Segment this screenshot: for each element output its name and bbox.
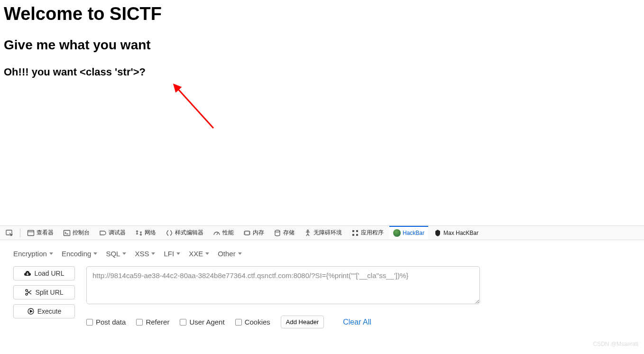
svg-rect-17	[356, 234, 358, 236]
tab-max-hackbar[interactable]: Max HacKBar	[430, 226, 482, 240]
svg-rect-16	[352, 234, 354, 236]
svg-rect-3	[28, 230, 34, 235]
svg-point-18	[26, 289, 28, 291]
caret-down-icon	[151, 252, 155, 255]
caret-down-icon	[122, 252, 126, 255]
request-options: Post data Referer User Agent Cookies Add…	[86, 316, 631, 328]
devtools-panel: 查看器 控制台 调试器 网络 样式编辑器 性能 内存 存储	[0, 225, 644, 337]
caret-down-icon	[49, 252, 53, 255]
tab-hackbar[interactable]: HackBar	[389, 226, 428, 240]
menu-sql[interactable]: SQL	[106, 250, 126, 258]
tab-label: 网络	[145, 229, 156, 237]
check-post-data[interactable]: Post data	[86, 318, 126, 326]
menu-encryption[interactable]: Encryption	[13, 250, 53, 258]
tab-network[interactable]: 网络	[131, 226, 160, 240]
url-input[interactable]	[86, 266, 480, 304]
tab-label: 控制台	[73, 229, 90, 237]
scissors-icon	[25, 289, 32, 296]
svg-rect-5	[64, 230, 70, 235]
tab-label: Max HacKBar	[443, 230, 478, 236]
svg-line-0	[177, 88, 213, 128]
devtools-pick-element[interactable]	[2, 226, 17, 240]
tab-label: 存储	[283, 229, 294, 237]
check-label: Referer	[146, 318, 169, 326]
application-icon	[351, 229, 359, 237]
hackbar-icon	[393, 229, 401, 237]
svg-rect-15	[356, 230, 358, 232]
menu-label: Encryption	[13, 250, 47, 258]
checkbox-icon	[86, 319, 93, 326]
load-url-button[interactable]: Load URL	[13, 266, 75, 280]
memory-icon	[243, 229, 251, 237]
menu-encoding[interactable]: Encoding	[62, 250, 98, 258]
check-referer[interactable]: Referer	[136, 318, 169, 326]
svg-line-6	[217, 233, 218, 235]
cloud-download-icon	[24, 270, 31, 277]
checkbox-icon	[136, 319, 143, 326]
tab-label: HackBar	[403, 230, 424, 236]
add-header-button[interactable]: Add Header	[281, 316, 324, 328]
tab-label: 应用程序	[361, 229, 384, 237]
inspector-icon	[27, 229, 35, 237]
svg-rect-14	[352, 230, 354, 232]
check-label: Cookies	[245, 318, 270, 326]
tab-accessibility[interactable]: 无障碍环境	[300, 226, 346, 240]
devtools-tabs: 查看器 控制台 调试器 网络 样式编辑器 性能 内存 存储	[0, 226, 644, 240]
caret-down-icon	[205, 252, 209, 255]
menu-label: XXE	[189, 250, 203, 258]
menu-label: LFI	[164, 250, 174, 258]
check-cookies[interactable]: Cookies	[235, 318, 270, 326]
tab-memory[interactable]: 内存	[239, 226, 268, 240]
check-label: User Agent	[189, 318, 224, 326]
menu-xxe[interactable]: XXE	[189, 250, 209, 258]
svg-rect-7	[245, 231, 249, 235]
clear-all-link[interactable]: Clear All	[343, 318, 371, 326]
menu-label: Encoding	[62, 250, 92, 258]
svg-point-12	[275, 230, 280, 232]
menu-lfi[interactable]: LFI	[164, 250, 180, 258]
tab-label: 查看器	[37, 229, 54, 237]
tab-style-editor[interactable]: 样式编辑器	[162, 226, 207, 240]
max-hackbar-icon	[434, 229, 442, 237]
menu-label: XSS	[135, 250, 149, 258]
button-label: Split URL	[35, 289, 63, 296]
tab-label: 内存	[253, 229, 264, 237]
accessibility-icon	[304, 229, 312, 237]
caret-down-icon	[176, 252, 180, 255]
checkbox-icon	[180, 319, 186, 326]
pick-element-icon	[6, 229, 13, 237]
style-editor-icon	[166, 229, 173, 237]
tab-debugger[interactable]: 调试器	[95, 226, 129, 240]
page-subtitle: Give me what you want	[4, 37, 640, 53]
svg-point-19	[26, 293, 28, 295]
tab-label: 样式编辑器	[175, 229, 203, 237]
check-label: Post data	[96, 318, 126, 326]
button-label: Load URL	[34, 270, 64, 277]
menu-other[interactable]: Other	[218, 250, 242, 258]
page-message: Oh!!! you want <class 'str'>?	[4, 66, 640, 78]
hackbar-actions: Load URL Split URL Execute	[13, 266, 75, 328]
performance-icon	[213, 229, 221, 237]
page-title: Welcome to SICTF	[4, 4, 640, 24]
hackbar-panel: Encryption Encoding SQL XSS LFI XXE Othe…	[0, 240, 644, 337]
tab-label: 调试器	[109, 229, 126, 237]
watermark: CSDN @Msaerati	[593, 341, 638, 347]
console-icon	[63, 229, 71, 237]
hackbar-menus: Encryption Encoding SQL XSS LFI XXE Othe…	[9, 245, 635, 262]
caret-down-icon	[238, 252, 242, 255]
check-user-agent[interactable]: User Agent	[180, 318, 224, 326]
tab-console[interactable]: 控制台	[59, 226, 93, 240]
tab-performance[interactable]: 性能	[209, 226, 238, 240]
checkbox-icon	[235, 319, 242, 326]
svg-point-13	[307, 230, 309, 231]
split-url-button[interactable]: Split URL	[13, 285, 75, 299]
caret-down-icon	[93, 252, 97, 255]
play-icon	[27, 307, 35, 315]
debugger-icon	[99, 229, 107, 237]
tab-inspector[interactable]: 查看器	[23, 226, 57, 240]
tab-application[interactable]: 应用程序	[348, 226, 387, 240]
annotation-arrow-1	[168, 78, 225, 135]
tab-storage[interactable]: 存储	[270, 226, 298, 240]
menu-xss[interactable]: XSS	[135, 250, 155, 258]
execute-button[interactable]: Execute	[13, 304, 75, 318]
